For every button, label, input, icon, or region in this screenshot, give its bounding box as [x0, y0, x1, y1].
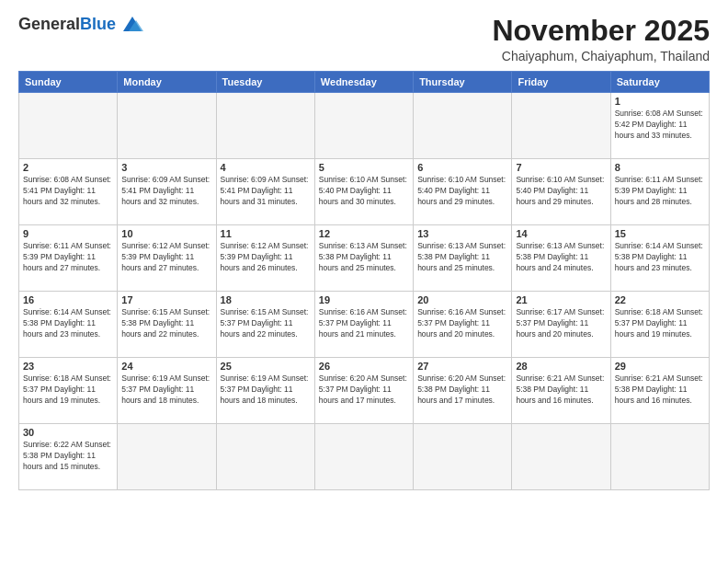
calendar-cell: 5Sunrise: 6:10 AM Sunset: 5:40 PM Daylig… — [314, 159, 413, 225]
day-info: Sunrise: 6:10 AM Sunset: 5:40 PM Dayligh… — [417, 175, 507, 208]
weekday-header-tuesday: Tuesday — [216, 72, 314, 93]
day-number: 26 — [319, 361, 409, 372]
logo-icon — [119, 15, 145, 35]
day-number: 12 — [319, 228, 409, 239]
day-number: 21 — [516, 294, 606, 305]
calendar-cell — [216, 424, 314, 490]
day-info: Sunrise: 6:21 AM Sunset: 5:38 PM Dayligh… — [615, 373, 705, 407]
calendar-cell: 28Sunrise: 6:21 AM Sunset: 5:38 PM Dayli… — [512, 358, 610, 424]
calendar-cell: 17Sunrise: 6:15 AM Sunset: 5:38 PM Dayli… — [118, 292, 216, 358]
calendar-cell — [512, 424, 610, 490]
day-number: 8 — [615, 162, 705, 173]
weekday-header-wednesday: Wednesday — [314, 72, 413, 93]
calendar-cell: 11Sunrise: 6:12 AM Sunset: 5:39 PM Dayli… — [216, 225, 314, 292]
calendar-week-3: 9Sunrise: 6:11 AM Sunset: 5:39 PM Daylig… — [19, 225, 710, 292]
calendar-header: SundayMondayTuesdayWednesdayThursdayFrid… — [19, 72, 710, 93]
day-info: Sunrise: 6:20 AM Sunset: 5:37 PM Dayligh… — [319, 373, 409, 407]
day-info: Sunrise: 6:15 AM Sunset: 5:38 PM Dayligh… — [121, 307, 211, 340]
calendar-week-4: 16Sunrise: 6:14 AM Sunset: 5:38 PM Dayli… — [19, 292, 710, 358]
day-info: Sunrise: 6:14 AM Sunset: 5:38 PM Dayligh… — [615, 241, 705, 274]
calendar-body: 1Sunrise: 6:08 AM Sunset: 5:42 PM Daylig… — [19, 93, 710, 490]
calendar-cell — [414, 93, 512, 159]
calendar-cell — [118, 93, 216, 159]
day-info: Sunrise: 6:12 AM Sunset: 5:39 PM Dayligh… — [121, 241, 211, 274]
calendar-cell: 23Sunrise: 6:18 AM Sunset: 5:37 PM Dayli… — [19, 358, 118, 424]
day-number: 3 — [121, 162, 211, 173]
calendar-cell: 20Sunrise: 6:16 AM Sunset: 5:37 PM Dayli… — [414, 292, 512, 358]
day-number: 1 — [615, 96, 705, 107]
header-section: GeneralBlue November 2025 Chaiyaphum, Ch… — [18, 15, 710, 63]
weekday-header-monday: Monday — [118, 72, 216, 93]
calendar-cell: 13Sunrise: 6:13 AM Sunset: 5:38 PM Dayli… — [414, 225, 512, 292]
day-number: 7 — [516, 162, 606, 173]
weekday-header-saturday: Saturday — [610, 72, 709, 93]
location-subtitle: Chaiyaphum, Chaiyaphum, Thailand — [492, 49, 710, 63]
day-number: 18 — [221, 294, 311, 305]
calendar-cell: 1Sunrise: 6:08 AM Sunset: 5:42 PM Daylig… — [610, 93, 709, 159]
logo-area: GeneralBlue — [18, 15, 145, 35]
day-number: 5 — [319, 162, 409, 173]
calendar-cell: 16Sunrise: 6:14 AM Sunset: 5:38 PM Dayli… — [19, 292, 118, 358]
day-info: Sunrise: 6:11 AM Sunset: 5:39 PM Dayligh… — [23, 241, 113, 274]
calendar-cell: 7Sunrise: 6:10 AM Sunset: 5:40 PM Daylig… — [512, 159, 610, 225]
calendar-table: SundayMondayTuesdayWednesdayThursdayFrid… — [18, 71, 710, 490]
day-info: Sunrise: 6:18 AM Sunset: 5:37 PM Dayligh… — [615, 307, 705, 340]
calendar-cell: 27Sunrise: 6:20 AM Sunset: 5:38 PM Dayli… — [414, 358, 512, 424]
calendar-cell: 3Sunrise: 6:09 AM Sunset: 5:41 PM Daylig… — [118, 159, 216, 225]
weekday-header-friday: Friday — [512, 72, 610, 93]
day-number: 20 — [417, 294, 507, 305]
day-info: Sunrise: 6:19 AM Sunset: 5:37 PM Dayligh… — [221, 373, 311, 407]
day-number: 6 — [417, 162, 507, 173]
logo-text: GeneralBlue — [18, 16, 116, 34]
calendar-cell — [414, 424, 512, 490]
calendar-cell: 6Sunrise: 6:10 AM Sunset: 5:40 PM Daylig… — [414, 159, 512, 225]
day-number: 9 — [23, 228, 113, 239]
day-info: Sunrise: 6:21 AM Sunset: 5:38 PM Dayligh… — [516, 373, 606, 407]
logo-wrapper: GeneralBlue — [18, 15, 145, 35]
day-number: 2 — [23, 162, 113, 173]
calendar-cell: 21Sunrise: 6:17 AM Sunset: 5:37 PM Dayli… — [512, 292, 610, 358]
day-info: Sunrise: 6:10 AM Sunset: 5:40 PM Dayligh… — [516, 175, 606, 208]
day-number: 28 — [516, 361, 606, 372]
calendar-cell — [19, 93, 118, 159]
day-number: 25 — [221, 361, 311, 372]
calendar-week-2: 2Sunrise: 6:08 AM Sunset: 5:41 PM Daylig… — [19, 159, 710, 225]
calendar-cell: 2Sunrise: 6:08 AM Sunset: 5:41 PM Daylig… — [19, 159, 118, 225]
day-info: Sunrise: 6:08 AM Sunset: 5:42 PM Dayligh… — [615, 109, 705, 142]
calendar-cell — [314, 424, 413, 490]
day-info: Sunrise: 6:14 AM Sunset: 5:38 PM Dayligh… — [23, 307, 113, 340]
day-info: Sunrise: 6:17 AM Sunset: 5:37 PM Dayligh… — [516, 307, 606, 340]
day-number: 4 — [221, 162, 311, 173]
calendar-cell — [512, 93, 610, 159]
calendar-cell — [314, 93, 413, 159]
day-info: Sunrise: 6:09 AM Sunset: 5:41 PM Dayligh… — [221, 175, 311, 208]
day-number: 23 — [23, 361, 113, 372]
day-number: 24 — [121, 361, 211, 372]
month-title: November 2025 — [492, 15, 710, 47]
calendar-cell: 15Sunrise: 6:14 AM Sunset: 5:38 PM Dayli… — [610, 225, 709, 292]
day-number: 29 — [615, 361, 705, 372]
day-info: Sunrise: 6:13 AM Sunset: 5:38 PM Dayligh… — [319, 241, 409, 274]
page: GeneralBlue November 2025 Chaiyaphum, Ch… — [0, 0, 728, 500]
day-info: Sunrise: 6:13 AM Sunset: 5:38 PM Dayligh… — [516, 241, 606, 274]
day-number: 19 — [319, 294, 409, 305]
day-info: Sunrise: 6:16 AM Sunset: 5:37 PM Dayligh… — [417, 307, 507, 340]
day-info: Sunrise: 6:15 AM Sunset: 5:37 PM Dayligh… — [221, 307, 311, 340]
weekday-header-thursday: Thursday — [414, 72, 512, 93]
day-number: 30 — [23, 427, 113, 438]
calendar-cell: 12Sunrise: 6:13 AM Sunset: 5:38 PM Dayli… — [314, 225, 413, 292]
day-info: Sunrise: 6:19 AM Sunset: 5:37 PM Dayligh… — [121, 373, 211, 407]
day-number: 14 — [516, 228, 606, 239]
weekday-header-sunday: Sunday — [19, 72, 118, 93]
calendar-cell: 9Sunrise: 6:11 AM Sunset: 5:39 PM Daylig… — [19, 225, 118, 292]
day-number: 10 — [121, 228, 211, 239]
calendar-cell — [216, 93, 314, 159]
day-info: Sunrise: 6:22 AM Sunset: 5:38 PM Dayligh… — [23, 440, 113, 473]
calendar-cell: 14Sunrise: 6:13 AM Sunset: 5:38 PM Dayli… — [512, 225, 610, 292]
day-number: 16 — [23, 294, 113, 305]
calendar-week-6: 30Sunrise: 6:22 AM Sunset: 5:38 PM Dayli… — [19, 424, 710, 490]
calendar-cell: 10Sunrise: 6:12 AM Sunset: 5:39 PM Dayli… — [118, 225, 216, 292]
day-number: 15 — [615, 228, 705, 239]
logo-blue: Blue — [80, 15, 116, 33]
weekday-header-row: SundayMondayTuesdayWednesdayThursdayFrid… — [19, 72, 710, 93]
